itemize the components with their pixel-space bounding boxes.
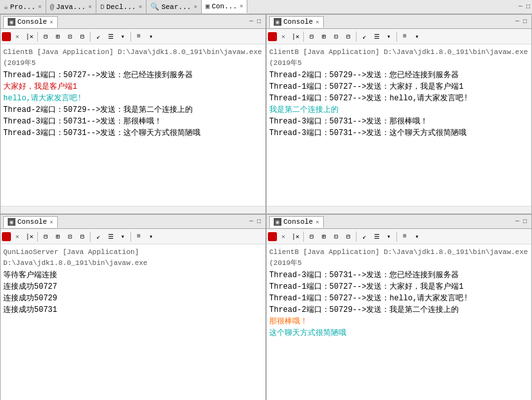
- window-maximize[interactable]: □: [524, 3, 532, 10]
- tb-btn-1-tl[interactable]: |✕: [24, 31, 35, 42]
- tb-dropdown2-br[interactable]: ▾: [411, 231, 423, 242]
- line-tl-1: Thread-1端口：50727-->发送：您已经连接到服务器: [3, 69, 263, 81]
- tab-pro-label: Pro...: [10, 3, 36, 11]
- line-tl-5: Thread-3端口：50731-->发送：那很棒哦！: [3, 116, 263, 127]
- panel-bottom-right-header: ▣ Console ✕ ─ □: [267, 215, 531, 229]
- tb-btn-6-bl[interactable]: ↙: [93, 231, 104, 242]
- tb-dropdown2-tl[interactable]: ▾: [145, 31, 157, 42]
- tb-btn-3-bl[interactable]: ⊞: [52, 231, 64, 242]
- terminate-btn-br[interactable]: ✕: [278, 231, 289, 242]
- panel-top-right: ▣ Console ✕ ─ □ ✕ |✕ ⊟ ⊞ ⊡ ⊟ ↙ ☰ ▾ ≡ ▾: [266, 14, 532, 214]
- tb-btn-1-bl[interactable]: |✕: [24, 231, 35, 242]
- tb-btn-4-tl[interactable]: ⊡: [64, 31, 76, 42]
- client-info-br: ClientB [Java Application] D:\Java\jdk1.…: [269, 247, 529, 268]
- tab-java-close[interactable]: ✕: [88, 3, 91, 10]
- stop-button-bl[interactable]: [2, 232, 11, 241]
- terminate-btn-tr[interactable]: ✕: [278, 31, 289, 42]
- tb-btn-7-tr[interactable]: ☰: [371, 31, 382, 42]
- stop-button-br[interactable]: [268, 232, 277, 241]
- panel-top-right-close[interactable]: ✕: [315, 19, 319, 26]
- sep3-tr: [396, 32, 397, 42]
- panel-bottom-right-close[interactable]: ✕: [315, 219, 319, 226]
- tb-btn-7-bl[interactable]: ☰: [105, 231, 116, 242]
- tb-dropdown-tl[interactable]: ▾: [117, 31, 129, 42]
- tb-btn-2-tl[interactable]: ⊟: [40, 31, 51, 42]
- tb-btn-8-br[interactable]: ≡: [399, 231, 411, 242]
- tb-btn-6-tr[interactable]: ↙: [359, 31, 370, 42]
- panel-bottom-left-tab[interactable]: ▣ Console ✕: [3, 216, 58, 228]
- tb-btn-8-tl[interactable]: ≡: [133, 31, 145, 42]
- panel-bottom-left-close[interactable]: ✕: [49, 219, 53, 226]
- tb-btn-2-tr[interactable]: ⊟: [306, 31, 317, 42]
- tab-pro[interactable]: ☕ Pro... ✕: [0, 0, 46, 14]
- tb-btn-2-br[interactable]: ⊟: [306, 231, 317, 242]
- panel-bottom-left-maximize[interactable]: □: [255, 218, 263, 225]
- tb-btn-6-tl[interactable]: ↙: [93, 31, 104, 42]
- tb-btn-4-br[interactable]: ⊡: [330, 231, 342, 242]
- tb-btn-3-tr[interactable]: ⊞: [318, 31, 330, 42]
- tb-btn-6-br[interactable]: ↙: [359, 231, 370, 242]
- panel-top-left-maximize[interactable]: □: [255, 18, 263, 25]
- line-tl-3: hello,请大家发言吧!: [3, 93, 263, 104]
- stop-button-tl[interactable]: [2, 32, 11, 41]
- line-tl-4: Thread-2端口：50729-->发送：我是第二个连接上的: [3, 104, 263, 116]
- line-bl-1: 等待客户端连接: [3, 269, 263, 281]
- tb-dropdown-bl[interactable]: ▾: [117, 231, 129, 242]
- tb-btn-1-br[interactable]: |✕: [290, 231, 301, 242]
- panel-top-right-tab[interactable]: ▣ Console ✕: [269, 16, 324, 28]
- panel-bottom-right-content[interactable]: ClientB [Java Application] D:\Java\jdk1.…: [267, 244, 531, 400]
- tab-decl[interactable]: D Decl... ✕: [96, 0, 146, 14]
- terminate-btn-tl[interactable]: ✕: [12, 31, 23, 42]
- panel-top-left-close[interactable]: ✕: [49, 19, 53, 26]
- client-info-tl: ClientB [Java Application] D:\Java\jdk1.…: [3, 47, 263, 68]
- panel-bottom-left-minimize[interactable]: ─: [247, 218, 255, 225]
- tb-btn-5-tl[interactable]: ⊟: [76, 31, 88, 42]
- tab-pro-close[interactable]: ✕: [38, 3, 41, 10]
- tab-sear-close[interactable]: ✕: [193, 3, 197, 10]
- tb-btn-2-bl[interactable]: ⊟: [40, 231, 51, 242]
- tb-btn-8-bl[interactable]: ≡: [133, 231, 145, 242]
- tb-btn-1-tr[interactable]: |✕: [290, 31, 301, 42]
- line-tr-1: Thread-2端口：50729-->发送：您已经连接到服务器: [269, 69, 529, 81]
- tb-btn-4-tr[interactable]: ⊡: [330, 31, 342, 42]
- console-icon-br: ▣: [274, 218, 281, 226]
- panel-top-left-content[interactable]: ClientB [Java Application] D:\Java\jdk1.…: [1, 44, 265, 206]
- panel-bottom-right-title-area: ▣ Console ✕: [269, 216, 513, 228]
- line-tr-6: Thread-3端口：50731-->发送：这个聊天方式很简陋哦: [269, 127, 529, 139]
- tb-btn-5-bl[interactable]: ⊟: [76, 231, 88, 242]
- tb-btn-7-tl[interactable]: ☰: [105, 31, 116, 42]
- tb-btn-3-tl[interactable]: ⊞: [52, 31, 64, 42]
- tb-dropdown-br[interactable]: ▾: [383, 231, 395, 242]
- tb-btn-4-bl[interactable]: ⊡: [64, 231, 76, 242]
- panel-bottom-left-content[interactable]: QunLiaoServer [Java Application] D:\Java…: [1, 244, 265, 400]
- tb-btn-5-tr[interactable]: ⊟: [342, 31, 354, 42]
- terminate-btn-bl[interactable]: ✕: [12, 231, 23, 242]
- tb-dropdown-tr[interactable]: ▾: [383, 31, 395, 42]
- tb-btn-3-br[interactable]: ⊞: [318, 231, 330, 242]
- panel-bottom-right-tab[interactable]: ▣ Console ✕: [269, 216, 324, 228]
- panel-top-left-tab[interactable]: ▣ Console ✕: [3, 16, 58, 28]
- line-br-5: 那很棒哦！: [269, 316, 529, 327]
- panel-top-left: ▣ Console ✕ ─ □ ✕ |✕ ⊟ ⊞ ⊡ ⊟ ↙ ☰ ▾ ≡ ▾: [0, 14, 266, 214]
- panel-top-left-minimize[interactable]: ─: [247, 18, 255, 25]
- tb-dropdown2-bl[interactable]: ▾: [145, 231, 157, 242]
- tab-cons-close[interactable]: ✕: [240, 3, 243, 10]
- line-tr-3: Thread-1端口：50727-->发送：hello,请大家发言吧!: [269, 93, 529, 104]
- panel-top-right-content[interactable]: ClientB [Java Application] D:\Java\jdk1.…: [267, 44, 531, 206]
- tb-dropdown2-tr[interactable]: ▾: [411, 31, 423, 42]
- panel-bottom-right-minimize[interactable]: ─: [513, 218, 521, 225]
- tab-cons[interactable]: ▣ Con... ✕: [202, 0, 248, 14]
- tb-btn-8-tr[interactable]: ≡: [399, 31, 411, 42]
- stop-button-tr[interactable]: [268, 32, 277, 41]
- scrollbar-h-tl[interactable]: [1, 206, 265, 214]
- tab-java[interactable]: @ Java... ✕: [46, 0, 96, 14]
- panel-top-right-maximize[interactable]: □: [521, 18, 529, 25]
- tb-btn-5-br[interactable]: ⊟: [342, 231, 354, 242]
- tab-sear[interactable]: 🔍 Sear... ✕: [146, 0, 202, 14]
- panel-bottom-right-maximize[interactable]: □: [521, 218, 529, 225]
- tab-decl-close[interactable]: ✕: [139, 3, 142, 10]
- panel-top-right-minimize[interactable]: ─: [513, 18, 521, 25]
- scrollbar-h-tr[interactable]: [267, 206, 531, 214]
- tb-btn-7-br[interactable]: ☰: [371, 231, 382, 242]
- window-minimize[interactable]: ─: [517, 3, 524, 10]
